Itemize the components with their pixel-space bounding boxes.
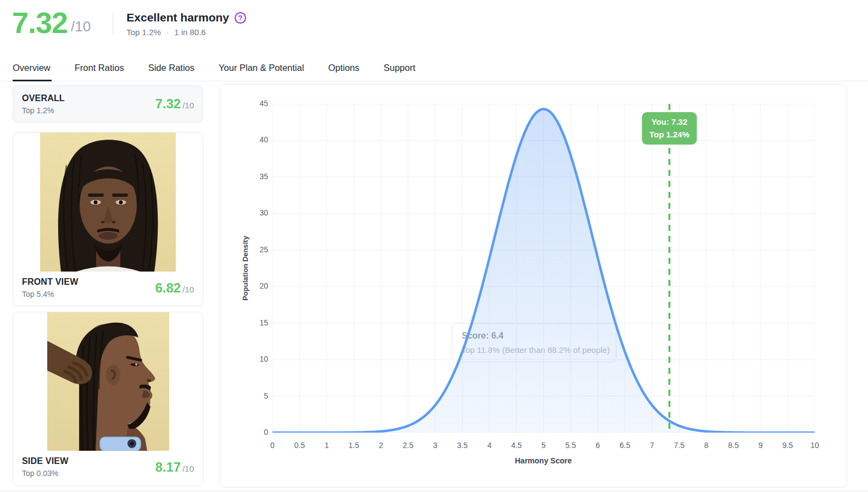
tab-side-ratios[interactable]: Side Ratios (148, 63, 194, 81)
x-tick-label: 8 (704, 441, 709, 450)
x-tick-label: 2 (379, 441, 383, 450)
you-score-line: You: 7.32 (649, 116, 689, 129)
header: 7.32 /10 Excellent harmony ? Top 1.2% · … (12, 7, 246, 39)
tab-options[interactable]: Options (328, 63, 359, 81)
overall-card-score: 7.32 (155, 96, 181, 111)
front-card-label: FRONT VIEW (22, 277, 78, 287)
side-card-percentile: Top 0.03% (22, 469, 68, 478)
x-tick-label: 1.5 (348, 441, 359, 450)
x-tick-label: 3.5 (457, 441, 468, 450)
x-axis-label: Harmony Score (515, 456, 571, 465)
y-tick-label: 25 (245, 245, 268, 254)
tab-your-plan-potential[interactable]: Your Plan & Potential (219, 63, 304, 81)
sidebar: OVERALL Top 1.2% 7.32/10 (13, 85, 203, 491)
side-card-score-max: /10 (182, 464, 194, 473)
y-tick-label: 10 (245, 355, 268, 363)
side-card-label: SIDE VIEW (22, 456, 68, 466)
front-view-card[interactable]: FRONT VIEW Top 5.4% 6.82/10 (13, 132, 203, 306)
overall-score-max: /10 (71, 18, 91, 39)
y-tick-label: 0 (245, 428, 268, 436)
page-bottom-divider (0, 491, 868, 491)
x-tick-label: 2.5 (403, 441, 413, 450)
you-score-badge: You: 7.32 Top 1.24% (642, 112, 697, 145)
x-tick-label: 9.5 (782, 441, 793, 450)
side-portrait-photo (13, 312, 203, 451)
x-tick-label: 1 (325, 441, 329, 450)
front-portrait-image (40, 132, 176, 272)
side-portrait-image (47, 312, 169, 451)
tab-front-ratios[interactable]: Front Ratios (75, 63, 124, 81)
tab-bar: Overview Front Ratios Side Ratios Your P… (0, 56, 868, 81)
x-tick-label: 5.5 (565, 441, 576, 450)
x-tick-label: 7 (650, 441, 654, 450)
overall-card-label: OVERALL (22, 93, 65, 103)
overall-card-percentile: Top 1.2% (22, 106, 65, 115)
x-tick-label: 5 (542, 441, 546, 450)
you-percentile-line: Top 1.24% (649, 129, 689, 141)
front-card-score-max: /10 (182, 285, 194, 294)
y-tick-label: 40 (245, 135, 268, 144)
x-tick-label: 9 (758, 441, 763, 450)
tab-overview[interactable]: Overview (13, 63, 51, 81)
rarity-text: 1 in 80.6 (174, 27, 206, 37)
x-tick-label: 0 (270, 441, 275, 450)
x-tick-label: 4.5 (511, 441, 521, 450)
header-divider (113, 12, 113, 34)
y-tick-label: 15 (245, 318, 268, 327)
x-tick-label: 10 (810, 441, 819, 450)
front-card-score: 6.82 (155, 280, 181, 295)
x-tick-label: 7.5 (674, 441, 685, 450)
x-tick-label: 0.5 (294, 441, 305, 450)
side-card-score: 8.17 (155, 460, 181, 474)
y-tick-label: 20 (245, 281, 268, 290)
y-tick-label: 5 (245, 391, 268, 400)
x-tick-label: 4 (487, 441, 492, 450)
x-tick-label: 8.5 (728, 441, 738, 450)
harmony-distribution-panel: Population Density Harmony Score Score: … (220, 84, 847, 488)
x-tick-label: 6.5 (620, 441, 630, 450)
y-tick-label: 30 (245, 208, 268, 217)
overall-card-score-max: /10 (182, 101, 194, 110)
front-portrait-photo (13, 132, 203, 272)
overall-score-card: OVERALL Top 1.2% 7.32/10 (13, 85, 203, 123)
overall-score: 7.32 (12, 7, 68, 39)
percentile-text: Top 1.2% (126, 27, 161, 37)
x-tick-label: 6 (596, 441, 600, 450)
y-tick-label: 35 (245, 172, 268, 181)
tab-support[interactable]: Support (383, 63, 415, 81)
y-tick-label: 45 (245, 99, 268, 108)
question-mark-circle-icon[interactable]: ? (235, 12, 246, 24)
rating-title: Excellent harmony (126, 11, 229, 24)
harmony-distribution-chart[interactable] (272, 104, 815, 433)
side-view-card[interactable]: SIDE VIEW Top 0.03% 8.17/10 (13, 312, 203, 486)
subtitle-separator: · (166, 28, 169, 36)
front-card-percentile: Top 5.4% (22, 290, 78, 298)
x-tick-label: 3 (433, 441, 437, 450)
